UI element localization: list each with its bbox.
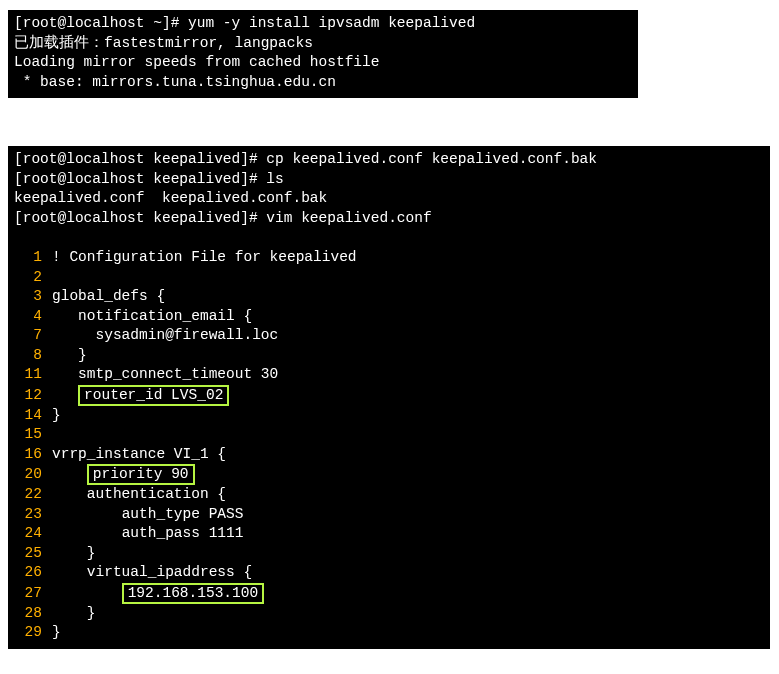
vim-line: 23 auth_type PASS <box>14 505 764 525</box>
vim-line: 28 } <box>14 604 764 624</box>
vim-file-body: 1! Configuration File for keepalived23gl… <box>14 248 764 643</box>
vim-line: 25 } <box>14 544 764 564</box>
line-number: 7 <box>14 326 42 346</box>
vim-line: 15 <box>14 425 764 445</box>
line-number: 8 <box>14 346 42 366</box>
line-number: 15 <box>14 425 42 445</box>
shell-line: * base: mirrors.tuna.tsinghua.edu.cn <box>14 73 632 93</box>
code-text: smtp_connect_timeout 30 <box>78 366 278 382</box>
line-number: 3 <box>14 287 42 307</box>
line-number: 1 <box>14 248 42 268</box>
code-text: ! Configuration File for keepalived <box>52 249 357 265</box>
code-text: } <box>87 605 96 621</box>
indent <box>52 585 122 601</box>
line-number: 14 <box>14 406 42 426</box>
indent <box>52 308 78 324</box>
indent <box>52 545 87 561</box>
line-number: 24 <box>14 524 42 544</box>
vim-line: 14} <box>14 406 764 426</box>
code-text: vrrp_instance VI_1 { <box>52 446 226 462</box>
line-number: 27 <box>14 584 42 604</box>
indent <box>52 486 87 502</box>
code-text: notification_email { <box>78 308 252 324</box>
code-text: virtual_ipaddress { <box>87 564 252 580</box>
vim-line: 2 <box>14 268 764 288</box>
vim-line: 26 virtual_ipaddress { <box>14 563 764 583</box>
indent <box>52 347 78 363</box>
shell-line: [root@localhost keepalived]# vim keepali… <box>14 209 764 229</box>
line-number: 11 <box>14 365 42 385</box>
line-number: 20 <box>14 465 42 485</box>
vim-line: 3global_defs { <box>14 287 764 307</box>
line-number: 16 <box>14 445 42 465</box>
indent <box>52 327 96 343</box>
code-text: global_defs { <box>52 288 165 304</box>
line-number: 26 <box>14 563 42 583</box>
line-number: 12 <box>14 386 42 406</box>
highlighted-code: priority 90 <box>87 464 195 485</box>
shell-line: 已加载插件：fastestmirror, langpacks <box>14 34 632 54</box>
vim-line: 29} <box>14 623 764 643</box>
code-text: } <box>52 624 61 640</box>
line-number: 4 <box>14 307 42 327</box>
indent <box>52 605 87 621</box>
indent <box>52 564 87 580</box>
vim-line: 1! Configuration File for keepalived <box>14 248 764 268</box>
vim-line: 12 router_id LVS_02 <box>14 385 764 406</box>
line-number: 29 <box>14 623 42 643</box>
code-text: sysadmin@firewall.loc <box>96 327 279 343</box>
code-text: auth_type PASS <box>122 506 244 522</box>
vim-line: 20 priority 90 <box>14 464 764 485</box>
vim-line: 22 authentication { <box>14 485 764 505</box>
line-number: 22 <box>14 485 42 505</box>
code-text: } <box>78 347 87 363</box>
shell-line: keepalived.conf keepalived.conf.bak <box>14 189 764 209</box>
indent <box>52 387 78 403</box>
vim-line: 27 192.168.153.100 <box>14 583 764 604</box>
indent <box>52 366 78 382</box>
code-text: } <box>52 407 61 423</box>
shell-line: [root@localhost ~]# yum -y install ipvsa… <box>14 14 632 34</box>
vim-line: 11 smtp_connect_timeout 30 <box>14 365 764 385</box>
line-number: 25 <box>14 544 42 564</box>
vim-line: 4 notification_email { <box>14 307 764 327</box>
shell-line: Loading mirror speeds from cached hostfi… <box>14 53 632 73</box>
line-number: 28 <box>14 604 42 624</box>
line-number: 23 <box>14 505 42 525</box>
terminal-top: [root@localhost ~]# yum -y install ipvsa… <box>8 10 638 98</box>
code-text: authentication { <box>87 486 226 502</box>
indent <box>52 506 122 522</box>
vim-line: 16vrrp_instance VI_1 { <box>14 445 764 465</box>
blank-line <box>14 229 764 249</box>
indent <box>52 466 87 482</box>
highlighted-code: 192.168.153.100 <box>122 583 265 604</box>
indent <box>52 525 122 541</box>
highlighted-code: router_id LVS_02 <box>78 385 229 406</box>
vim-line: 24 auth_pass 1111 <box>14 524 764 544</box>
vim-line: 7 sysadmin@firewall.loc <box>14 326 764 346</box>
vim-line: 8 } <box>14 346 764 366</box>
code-text: } <box>87 545 96 561</box>
shell-line: [root@localhost keepalived]# cp keepaliv… <box>14 150 764 170</box>
shell-line: [root@localhost keepalived]# ls <box>14 170 764 190</box>
line-number: 2 <box>14 268 42 288</box>
terminal-bottom: [root@localhost keepalived]# cp keepaliv… <box>8 146 770 648</box>
code-text: auth_pass 1111 <box>122 525 244 541</box>
